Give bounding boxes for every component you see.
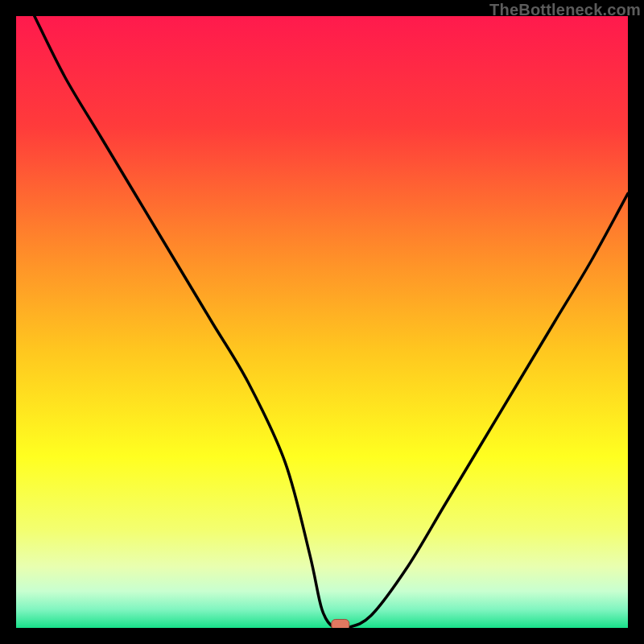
gradient-background bbox=[16, 16, 628, 628]
watermark-text: TheBottleneck.com bbox=[489, 0, 641, 19]
optimum-marker bbox=[332, 619, 349, 628]
plot-area bbox=[16, 16, 628, 628]
chart-frame: TheBottleneck.com bbox=[0, 0, 644, 644]
chart-svg bbox=[16, 16, 628, 628]
